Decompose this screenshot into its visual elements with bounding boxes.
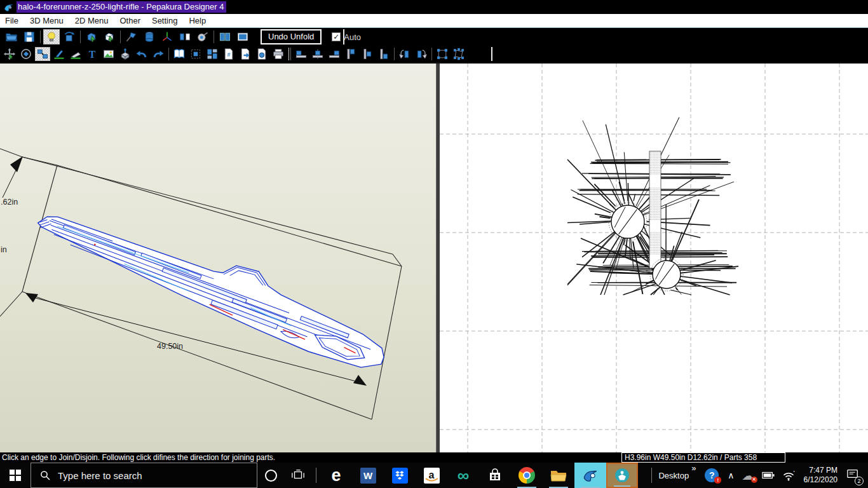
menu-item-setting[interactable]: Setting [146, 15, 183, 27]
rotate-tool-button[interactable] [18, 47, 34, 61]
primitive-cylinder-icon [143, 30, 156, 43]
taskbar-app-infinity[interactable]: ∞ [447, 463, 479, 488]
search-box[interactable]: Type here to search [31, 463, 257, 488]
text-tool-button[interactable]: T [85, 47, 100, 61]
menu-item-help[interactable]: Help [183, 15, 212, 27]
edge-numbers-button[interactable]: # [221, 47, 236, 61]
menu-item-2d-menu[interactable]: 2D Menu [69, 15, 114, 27]
cortana-button[interactable] [257, 463, 284, 488]
print-button[interactable] [271, 47, 286, 61]
show-axis-icon [161, 30, 173, 43]
battery-icon[interactable] [762, 471, 775, 480]
arrange-parts-button[interactable] [451, 47, 466, 61]
taskbar-app-amazon[interactable]: a [416, 463, 447, 488]
taskbar-app-edge[interactable]: e [320, 463, 352, 488]
mirror-view-icon [179, 30, 191, 43]
rifle-model[interactable] [29, 192, 397, 377]
menu-item-3d-menu[interactable]: 3D Menu [24, 15, 69, 27]
show-axis-button[interactable] [159, 29, 175, 44]
align-top-button[interactable] [343, 47, 358, 61]
taskbar-apps: eWa∞ [320, 463, 638, 488]
clock[interactable]: 7:47 PM 6/12/2020 [804, 466, 837, 485]
hidden-icons-chevron[interactable]: ∧ [728, 470, 734, 480]
page-layout-button[interactable] [205, 47, 220, 61]
align-center-button[interactable] [310, 47, 325, 61]
taskbar-app-dropbox[interactable] [384, 463, 416, 488]
group-parts-button[interactable] [435, 47, 450, 61]
taskbar-app-chrome[interactable] [511, 463, 543, 488]
align-bottom-button[interactable] [376, 47, 391, 61]
primitive-cylinder-button[interactable] [141, 29, 158, 44]
mirror-view-button[interactable] [177, 29, 193, 44]
auto-checkbox[interactable]: ✓ [332, 32, 341, 41]
3d-viewport[interactable]: .62in in 49.50in [0, 64, 436, 452]
edit-edge-button[interactable] [123, 29, 140, 44]
save-file-button[interactable] [21, 29, 37, 44]
rotate-view-button[interactable] [61, 29, 78, 44]
align-left-icon [295, 48, 308, 60]
start-button[interactable] [0, 463, 31, 488]
measure-tool-button[interactable] [194, 29, 211, 44]
svg-text:T: T [89, 49, 96, 60]
toolbar-divider [343, 29, 344, 44]
taskbar-app-file-explorer[interactable] [543, 463, 574, 488]
single-pane-view-button[interactable] [234, 29, 251, 44]
toolbar-overflow-chevron[interactable]: » [691, 463, 696, 473]
taskbar-app-pepakura[interactable] [574, 463, 606, 488]
select-marquee-button[interactable] [188, 47, 203, 61]
taskbar: Type here to search eWa∞ Desktop » ?! ∧ … [0, 463, 868, 488]
rotate-part-cw-button[interactable] [414, 47, 429, 61]
taskbar-app-store[interactable] [479, 463, 511, 488]
pan-tool-button[interactable] [2, 47, 17, 61]
undo-button[interactable] [134, 47, 149, 61]
insert-image-button[interactable] [101, 47, 116, 61]
align-middle-button[interactable] [360, 47, 375, 61]
wifi-icon[interactable]: * [782, 470, 795, 481]
print-preview-button[interactable] [254, 47, 269, 61]
rotate-part-ccw-button[interactable] [397, 47, 412, 61]
draw-line-icon [53, 48, 65, 60]
unfold-pattern-canvas[interactable] [440, 64, 868, 452]
flatten-tool-button[interactable] [68, 47, 83, 61]
align-left-button[interactable] [294, 47, 309, 61]
print-icon [272, 48, 285, 60]
single-pane-view-icon [236, 30, 249, 43]
draw-line-button[interactable] [51, 47, 67, 61]
join-disjoin-icon [36, 48, 49, 60]
status-bar: Click an edge to Join/Disjoin. Following… [0, 452, 868, 463]
2d-viewport[interactable] [440, 64, 868, 452]
export-doc-button[interactable] [238, 47, 253, 61]
desktop-toolbar[interactable]: Desktop [658, 471, 689, 480]
menu-item-file[interactable]: File [0, 15, 24, 27]
align-middle-icon [361, 48, 374, 60]
toolbar-divider [491, 47, 492, 61]
select-face-button[interactable] [101, 29, 118, 44]
get-help-icon[interactable]: ?! [705, 468, 719, 482]
save-file-icon [23, 30, 36, 43]
toolbar-separator [431, 48, 432, 60]
cortana-icon [265, 470, 277, 482]
edit-edge-icon [125, 30, 138, 43]
toggle-light-button[interactable] [43, 29, 60, 44]
export-3d-button[interactable] [118, 47, 133, 61]
align-right-button[interactable] [327, 47, 342, 61]
print-preview-icon [255, 48, 268, 60]
join-disjoin-button[interactable] [35, 47, 50, 61]
onedrive-icon[interactable]: ☁✕ [742, 470, 754, 482]
undo-unfold-button[interactable]: Undo Unfold [261, 29, 322, 44]
open-pattern-button[interactable] [172, 47, 187, 61]
open-file-button[interactable] [3, 29, 20, 44]
3d-model-canvas[interactable]: .62in in 49.50in [0, 64, 436, 452]
auto-unfold-toggle[interactable]: ✓ Auto [332, 32, 361, 42]
two-pane-view-button[interactable] [217, 29, 233, 44]
task-view-button[interactable] [284, 463, 312, 488]
redo-button[interactable] [151, 47, 166, 61]
taskbar-app-word[interactable]: W [352, 463, 384, 488]
taskbar-separator [316, 468, 316, 483]
taskbar-app-capture-app[interactable] [606, 463, 638, 488]
depth-dimension-label: .62in [1, 198, 18, 207]
select-part-button[interactable] [83, 29, 100, 44]
select-part-icon [85, 30, 98, 43]
action-center-icon[interactable]: 2 [846, 468, 859, 482]
menu-item-other[interactable]: Other [114, 15, 146, 27]
